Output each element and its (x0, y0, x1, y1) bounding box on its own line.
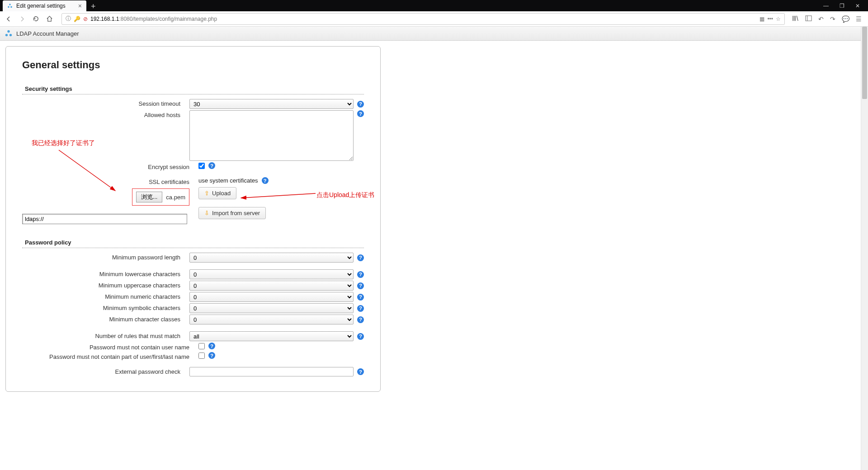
no-username-label: Password must not contain user name (22, 343, 198, 351)
bookmark-star-icon[interactable]: ☆ (776, 16, 781, 22)
rules-match-label: Number of rules that must match (22, 331, 189, 339)
min-classes-select[interactable]: 0 (189, 315, 354, 324)
page-actions-icon[interactable]: ••• (767, 16, 773, 22)
back-button[interactable] (4, 14, 14, 24)
selected-file-name: ca.pem (166, 194, 185, 201)
download-icon: ⇩ (204, 210, 209, 216)
min-uppercase-select[interactable]: 0 (189, 281, 354, 291)
tab-close-icon[interactable]: × (78, 2, 82, 9)
upload-button[interactable]: ⇧ Upload (198, 187, 236, 199)
window-close-icon[interactable]: ✕ (855, 3, 860, 9)
browser-tab-bar: Edit general settings × + — ❐ ✕ (0, 0, 868, 11)
upload-icon: ⇧ (204, 190, 209, 197)
help-icon[interactable]: ? (357, 110, 364, 117)
help-icon[interactable]: ? (357, 333, 364, 340)
page-title: General settings (22, 59, 364, 71)
svg-point-0 (8, 6, 9, 8)
window-minimize-icon[interactable]: — (823, 3, 829, 9)
session-timeout-select[interactable]: 30 (189, 99, 354, 109)
chat-icon[interactable]: 💬 (842, 15, 849, 23)
min-password-length-select[interactable]: 0 (189, 253, 354, 263)
app-logo-icon (5, 29, 13, 38)
encrypt-session-label: Encrypt session (22, 162, 198, 170)
tab-title: Edit general settings (16, 3, 66, 9)
password-policy-legend: Password policy (22, 238, 364, 248)
sidebar-icon[interactable] (805, 15, 812, 23)
help-icon[interactable]: ? (262, 177, 269, 184)
svg-point-5 (5, 34, 8, 36)
help-icon[interactable]: ? (357, 254, 364, 261)
rules-match-select[interactable]: all (189, 331, 354, 341)
no-username-checkbox[interactable] (198, 343, 205, 349)
security-settings-legend: Security settings (22, 85, 364, 94)
help-icon[interactable]: ? (357, 282, 364, 289)
help-icon[interactable]: ? (357, 294, 364, 301)
allowed-hosts-textarea[interactable] (189, 110, 354, 161)
no-userpart-label: Password must not contain part of user/f… (22, 352, 198, 360)
svg-rect-3 (806, 15, 811, 20)
min-password-length-label: Minimum password length (22, 253, 189, 261)
min-classes-label: Minimum character classes (22, 315, 189, 323)
redo-nav-icon[interactable]: ↷ (830, 15, 835, 23)
settings-card: General settings Security settings Sessi… (5, 46, 381, 392)
min-symbolic-label: Minimum symbolic characters (22, 303, 189, 311)
menu-icon[interactable]: ☰ (856, 15, 862, 23)
svg-point-7 (9, 34, 12, 36)
help-icon[interactable]: ? (208, 352, 215, 359)
scrollbar-thumb[interactable] (862, 27, 867, 99)
undo-nav-icon[interactable]: ↶ (818, 15, 824, 23)
browser-nav-bar: ⓘ 🔑 ⊘ 192.168.1.1:8080/templates/config/… (0, 11, 868, 27)
ldaps-url-input[interactable] (22, 214, 187, 224)
svg-point-6 (7, 30, 9, 33)
window-controls: — ❐ ✕ (823, 3, 868, 9)
help-icon[interactable]: ? (357, 368, 364, 375)
help-icon[interactable]: ? (208, 162, 215, 169)
min-symbolic-select[interactable]: 0 (189, 303, 354, 313)
info-icon[interactable]: ⓘ (66, 15, 71, 23)
no-userpart-checkbox[interactable] (198, 352, 205, 359)
ssl-use-system-text: use system certificates (198, 177, 258, 184)
min-lowercase-select[interactable]: 0 (189, 269, 354, 279)
min-numeric-select[interactable]: 0 (189, 292, 354, 302)
help-icon[interactable]: ? (357, 101, 364, 108)
forward-button[interactable] (17, 14, 27, 24)
window-maximize-icon[interactable]: ❐ (840, 3, 844, 9)
app-title: LDAP Account Manager (16, 30, 79, 37)
tracking-blocked-icon[interactable]: ⊘ (83, 16, 88, 22)
help-icon[interactable]: ? (357, 271, 364, 278)
permission-icon[interactable]: 🔑 (74, 16, 80, 22)
import-from-server-button[interactable]: ⇩ Import from server (198, 207, 266, 219)
browser-tab-active[interactable]: Edit general settings × (3, 0, 86, 11)
svg-point-1 (9, 4, 11, 5)
external-check-input[interactable] (189, 367, 354, 376)
browse-button[interactable]: 浏览... (136, 192, 163, 202)
encrypt-session-checkbox[interactable] (198, 163, 205, 169)
library-icon[interactable] (792, 15, 799, 23)
external-check-label: External password check (22, 367, 189, 375)
help-icon[interactable]: ? (208, 343, 215, 349)
tab-favicon (7, 3, 13, 9)
url-text: 192.168.1.1:8080/templates/config/mainma… (90, 16, 217, 22)
ssl-certificates-label: SSL certificates (22, 177, 198, 185)
session-timeout-label: Session timeout (22, 99, 189, 107)
vertical-scrollbar[interactable] (861, 27, 868, 470)
app-header: LDAP Account Manager (0, 27, 868, 41)
file-picker: 浏览... ca.pem (132, 188, 189, 206)
min-lowercase-label: Minimum lowercase characters (22, 269, 189, 277)
address-bar[interactable]: ⓘ 🔑 ⊘ 192.168.1.1:8080/templates/config/… (61, 13, 785, 25)
svg-point-2 (10, 6, 12, 8)
allowed-hosts-label: Allowed hosts (22, 110, 189, 118)
help-icon[interactable]: ? (357, 305, 364, 312)
reload-button[interactable] (31, 14, 41, 24)
help-icon[interactable]: ? (357, 316, 364, 323)
min-uppercase-label: Minimum uppercase characters (22, 281, 189, 289)
min-numeric-label: Minimum numeric characters (22, 292, 189, 300)
new-tab-button[interactable]: + (86, 2, 100, 11)
home-button[interactable] (44, 14, 54, 24)
qr-icon[interactable]: ▦ (760, 16, 764, 22)
